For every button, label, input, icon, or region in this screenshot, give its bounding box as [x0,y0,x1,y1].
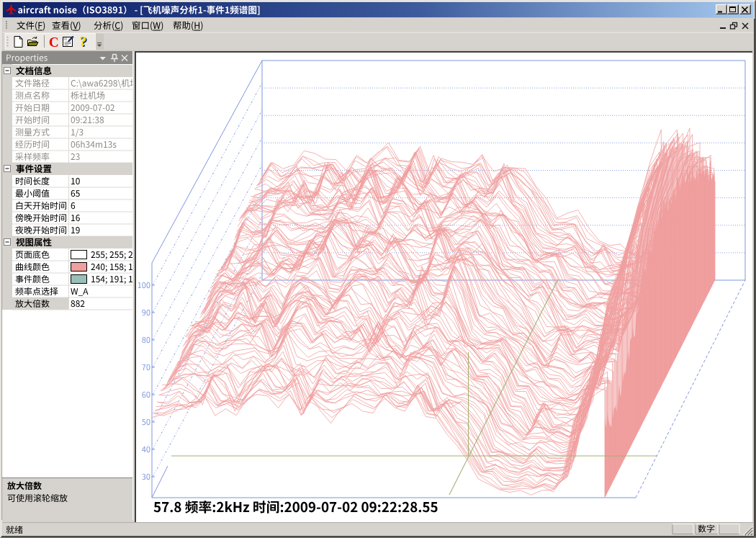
svg-text:?: ? [80,34,87,49]
svg-text:C: C [49,35,59,50]
